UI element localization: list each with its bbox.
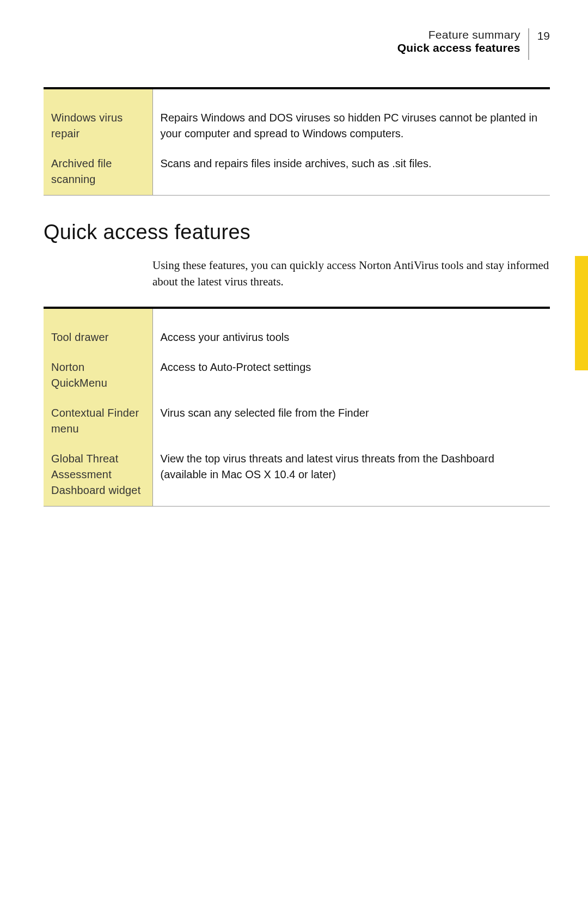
table-row: Norton QuickMenu Access to Auto-Protect … [44,353,550,399]
table-row: Windows virus repair Repairs Windows and… [44,103,550,149]
breadcrumb: Feature summary [397,28,520,41]
feature-desc: View the top virus threats and latest vi… [152,444,550,507]
breadcrumb-section: Quick access features [397,41,520,54]
table-row: Tool drawer Access your antivirus tools [44,323,550,353]
feature-desc: Access to Auto-Protect settings [152,353,550,399]
table-row: Contextual Finder menu Virus scan any se… [44,399,550,444]
feature-desc: Scans and repairs files inside archives,… [152,149,550,196]
section-heading: Quick access features [44,221,550,244]
page-number: 19 [537,29,550,42]
feature-term: Windows virus repair [44,103,152,149]
feature-term: Archived file scanning [44,149,152,196]
table-row: Archived file scanning Scans and repairs… [44,149,550,196]
feature-term: Global Threat Assessment Dashboard widge… [44,444,152,507]
feature-term: Norton QuickMenu [44,353,152,399]
page-body: Feature summary Quick access features 19… [0,0,588,553]
thumb-tab [575,256,588,370]
header-divider [528,28,529,60]
section-intro: Using these features, you can quickly ac… [152,257,550,290]
table-row: Global Threat Assessment Dashboard widge… [44,444,550,507]
page-header: Feature summary Quick access features 19 [44,28,550,60]
feature-desc: Repairs Windows and DOS viruses so hidde… [152,103,550,149]
feature-desc: Access your antivirus tools [152,323,550,353]
feature-table-top: Windows virus repair Repairs Windows and… [44,87,550,196]
feature-term: Contextual Finder menu [44,399,152,444]
feature-table-quick-access: Tool drawer Access your antivirus tools … [44,307,550,507]
feature-term: Tool drawer [44,323,152,353]
feature-desc: Virus scan any selected file from the Fi… [152,399,550,444]
